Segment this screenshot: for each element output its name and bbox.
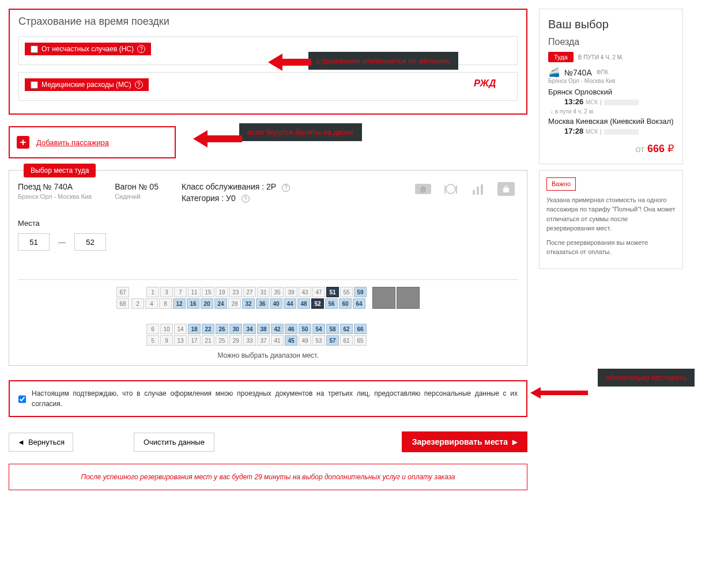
- sidebar-route: Брянск Орл - Москва Кив: [548, 78, 674, 84]
- chevron-right-icon: ▶: [512, 438, 517, 446]
- seat-38[interactable]: 38: [257, 324, 270, 334]
- seat-2[interactable]: 2: [131, 298, 144, 309]
- seat-34[interactable]: 34: [243, 324, 256, 334]
- trains-label: Поезда: [548, 37, 674, 47]
- help-icon[interactable]: ?: [137, 45, 145, 53]
- wagon-type: Сидячий: [115, 193, 159, 200]
- seat-51[interactable]: 51: [326, 287, 339, 297]
- seat-36[interactable]: 36: [256, 298, 269, 309]
- medical-checkbox-input[interactable]: [31, 81, 38, 89]
- seat-45[interactable]: 45: [285, 335, 297, 346]
- seat-11[interactable]: 11: [188, 287, 201, 297]
- seat-3[interactable]: 3: [160, 287, 173, 297]
- seat-67[interactable]: 67: [116, 287, 129, 297]
- seat-18[interactable]: 18: [188, 324, 201, 334]
- seat-from-input[interactable]: [18, 233, 50, 251]
- seat-50[interactable]: 50: [299, 324, 311, 334]
- seat-16[interactable]: 16: [187, 298, 199, 309]
- seat-62[interactable]: 62: [340, 324, 353, 334]
- seat-23[interactable]: 23: [229, 287, 242, 297]
- seat-14[interactable]: 14: [174, 324, 187, 334]
- seat-33[interactable]: 33: [243, 335, 256, 346]
- seat-52[interactable]: 52: [311, 298, 324, 309]
- seat-56[interactable]: 56: [325, 298, 338, 309]
- seat-28[interactable]: 28: [228, 298, 241, 309]
- seat-64[interactable]: 64: [353, 298, 365, 309]
- seat-13[interactable]: 13: [174, 335, 187, 346]
- seat-47[interactable]: 47: [312, 287, 325, 297]
- add-passenger-button[interactable]: + Добавить пассажира: [9, 126, 176, 158]
- seat-to-input[interactable]: [74, 233, 106, 251]
- help-icon[interactable]: ?: [242, 195, 250, 203]
- seat-61[interactable]: 61: [340, 335, 353, 346]
- seatmap-note: Можно выбрать диапазон мест.: [18, 351, 518, 359]
- seat-24[interactable]: 24: [214, 298, 227, 309]
- seat-55[interactable]: 55: [340, 287, 353, 297]
- transit-time: в пути 4 ч. 2 м.: [555, 108, 595, 115]
- seat-22[interactable]: 22: [202, 324, 214, 334]
- direction-tag: Туда: [548, 52, 574, 62]
- seat-19[interactable]: 19: [216, 287, 228, 297]
- seat-42[interactable]: 42: [271, 324, 284, 334]
- seat-5[interactable]: 5: [146, 335, 159, 346]
- seat-49[interactable]: 49: [299, 335, 311, 346]
- seat-68[interactable]: 68: [116, 298, 129, 309]
- seat-41[interactable]: 41: [271, 335, 284, 346]
- seat-7[interactable]: 7: [174, 287, 187, 297]
- medical-label: Медицинские расходы (МС): [42, 81, 131, 89]
- seat-26[interactable]: 26: [216, 324, 228, 334]
- seat-10[interactable]: 10: [160, 324, 173, 334]
- help-icon[interactable]: ?: [135, 81, 143, 89]
- consent-checkbox[interactable]: [18, 389, 26, 409]
- back-button[interactable]: ◄ Вернуться: [9, 433, 73, 452]
- train-number: №740А: [564, 68, 592, 77]
- accident-checkbox-input[interactable]: [31, 46, 38, 53]
- seat-66[interactable]: 66: [354, 324, 367, 334]
- seat-21[interactable]: 21: [202, 335, 214, 346]
- seat-43[interactable]: 43: [299, 287, 311, 297]
- seat-35[interactable]: 35: [271, 287, 284, 297]
- seat-44[interactable]: 44: [284, 298, 296, 309]
- seat-6[interactable]: 6: [146, 324, 159, 334]
- seat-37[interactable]: 37: [257, 335, 270, 346]
- seat-8[interactable]: 8: [159, 298, 172, 309]
- seat-48[interactable]: 48: [297, 298, 310, 309]
- seat-4[interactable]: 4: [145, 298, 158, 309]
- seat-57[interactable]: 57: [326, 335, 339, 346]
- seat-58[interactable]: 58: [326, 324, 339, 334]
- seat-40[interactable]: 40: [270, 298, 282, 309]
- seat-30[interactable]: 30: [229, 324, 242, 334]
- seat-29[interactable]: 29: [229, 335, 242, 346]
- ticket-icon: @: [414, 182, 432, 196]
- seat-15[interactable]: 15: [202, 287, 214, 297]
- seat-32[interactable]: 32: [242, 298, 255, 309]
- reserve-button[interactable]: Зарезервировать места ▶: [402, 431, 527, 452]
- insurance-accident-checkbox[interactable]: От несчастных случаев (НС) ?: [25, 43, 151, 55]
- seat-39[interactable]: 39: [285, 287, 297, 297]
- your-choice-box: Ваш выбор Поезда Туда В ПУТИ 4 Ч. 2 М. 🚄…: [539, 9, 683, 164]
- chart-icon: [470, 182, 487, 196]
- seat-59[interactable]: 59: [354, 287, 367, 297]
- seat-9[interactable]: 9: [160, 335, 173, 346]
- compartment-block: [397, 287, 420, 309]
- seat-27[interactable]: 27: [243, 287, 256, 297]
- clear-button[interactable]: Очистить данные: [134, 433, 214, 452]
- date-blur: [604, 100, 639, 105]
- svg-marker-13: [530, 387, 588, 399]
- seat-31[interactable]: 31: [257, 287, 270, 297]
- note-text-1: Указана примерная стоимость на одного па…: [546, 195, 676, 233]
- help-icon[interactable]: ?: [282, 184, 290, 192]
- seat-17[interactable]: 17: [188, 335, 201, 346]
- seat-12[interactable]: 12: [173, 298, 186, 309]
- seat-53[interactable]: 53: [312, 335, 325, 346]
- seat-46[interactable]: 46: [285, 324, 297, 334]
- seat-54[interactable]: 54: [312, 324, 325, 334]
- seat-60[interactable]: 60: [339, 298, 352, 309]
- clear-label: Очистить данные: [144, 438, 205, 446]
- to-station: Москва Киевская (Киевский Вокзал): [548, 117, 674, 126]
- seat-20[interactable]: 20: [201, 298, 213, 309]
- seat-65[interactable]: 65: [354, 335, 367, 346]
- seat-1[interactable]: 1: [146, 287, 159, 297]
- insurance-medical-checkbox[interactable]: Медицинские расходы (МС) ?: [25, 78, 149, 91]
- seat-25[interactable]: 25: [216, 335, 228, 346]
